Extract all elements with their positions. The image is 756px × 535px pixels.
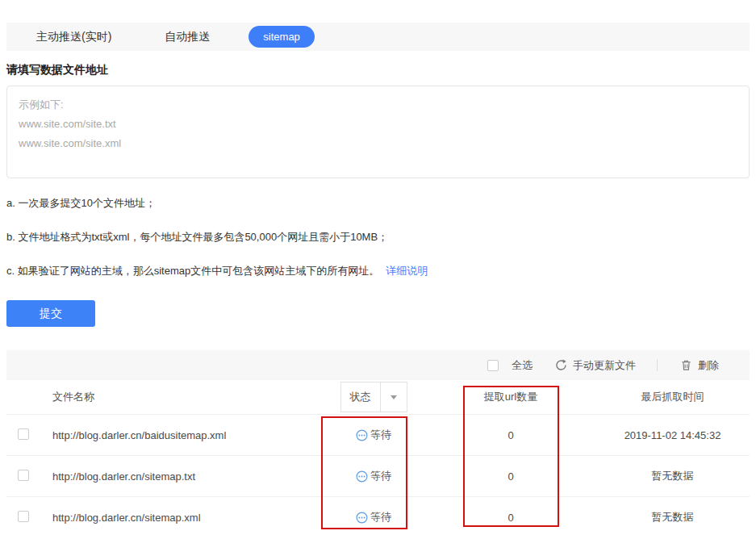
submit-button[interactable]: 提交 <box>6 300 95 327</box>
tab-auto-push[interactable]: 自动推送 <box>165 30 210 44</box>
file-url: http://blog.darler.cn/baidusitemap.xml <box>44 429 321 441</box>
sitemap-url-textarea[interactable] <box>6 86 750 178</box>
waiting-status-icon <box>356 470 368 483</box>
note-c: c. 如果验证了网站的主域，那么sitemap文件中可包含该网站主域下的所有网址… <box>6 264 750 278</box>
delete-button[interactable]: 删除 <box>680 358 719 373</box>
tab-bar: 主动推送(实时) 自动推送 sitemap <box>6 23 750 51</box>
last-crawl-value: 暂无数据 <box>595 469 750 483</box>
url-count-value: 0 <box>426 429 595 441</box>
last-crawl-value: 暂无数据 <box>595 510 750 525</box>
status-filter-label: 状态 <box>341 382 380 412</box>
file-url: http://blog.darler.cn/sitemap.txt <box>44 470 321 483</box>
refresh-files-label: 手动更新文件 <box>573 358 636 373</box>
page-title: 请填写数据文件地址 <box>6 63 750 77</box>
trash-icon <box>680 359 692 371</box>
select-all-checkbox[interactable] <box>487 360 499 371</box>
status-badge: 等待 <box>356 510 391 525</box>
delete-label: 删除 <box>698 358 719 373</box>
row-checkbox[interactable] <box>18 511 29 522</box>
waiting-status-icon <box>356 429 368 441</box>
status-filter-select[interactable]: 状态 <box>340 382 407 412</box>
waiting-status-icon <box>356 512 368 524</box>
refresh-files-button[interactable]: 手动更新文件 <box>555 358 636 373</box>
header-file-name: 文件名称 <box>44 390 321 404</box>
sitemap-submission-page: 主动推送(实时) 自动推送 sitemap 请填写数据文件地址 a. 一次最多提… <box>0 0 756 535</box>
select-all-label[interactable]: 全选 <box>512 358 533 373</box>
url-count-value: 0 <box>426 470 595 483</box>
row-checkbox[interactable] <box>18 428 29 440</box>
url-count-value: 0 <box>426 512 595 524</box>
header-url-count: 提取url数量 <box>426 390 595 404</box>
toolbar-divider <box>657 359 658 371</box>
note-c-text: c. 如果验证了网站的主域，那么sitemap文件中可包含该网站主域下的所有网址… <box>6 265 379 277</box>
status-text: 等待 <box>370 510 391 525</box>
tab-sitemap[interactable]: sitemap <box>249 26 315 48</box>
table-row: http://blog.darler.cn/sitemap.txt 等待 0 暂… <box>6 456 750 497</box>
table-toolbar: 全选 手动更新文件 删除 <box>6 350 750 380</box>
status-badge: 等待 <box>356 469 391 483</box>
note-a: a. 一次最多提交10个文件地址； <box>6 196 750 211</box>
sitemap-table: 全选 手动更新文件 删除 文件名称 <box>6 350 750 535</box>
table-row: http://blog.darler.cn/baidusitemap.xml 等… <box>6 415 750 456</box>
table-header-row: 文件名称 状态 提取url数量 最后抓取时间 <box>6 380 750 415</box>
status-badge: 等待 <box>356 428 391 442</box>
caret-down-icon <box>391 395 397 399</box>
status-text: 等待 <box>370 428 391 442</box>
refresh-icon <box>555 359 567 371</box>
status-text: 等待 <box>370 469 391 483</box>
header-last-crawl: 最后抓取时间 <box>595 390 750 404</box>
tab-active-push[interactable]: 主动推送(实时) <box>36 30 111 44</box>
file-url: http://blog.darler.cn/sitemap.xml <box>44 512 321 524</box>
last-crawl-value: 2019-11-02 14:45:32 <box>595 429 750 441</box>
table-row: http://blog.darler.cn/sitemap.xml 等待 0 暂… <box>6 497 750 535</box>
status-filter-caret[interactable] <box>380 382 407 412</box>
note-b: b. 文件地址格式为txt或xml，每个地址文件最多包含50,000个网址且需小… <box>6 230 750 245</box>
detail-link[interactable]: 详细说明 <box>386 265 428 277</box>
row-checkbox[interactable] <box>18 470 29 481</box>
